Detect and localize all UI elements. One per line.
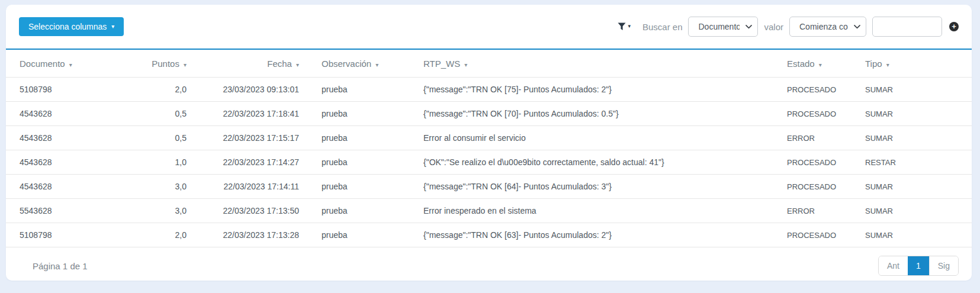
table-cell: SUMAR	[859, 78, 972, 102]
column-label: Estado	[787, 59, 815, 69]
table-row: 45436280,522/03/2023 17:15:17pruebaError…	[6, 126, 972, 150]
table-cell: 22/03/2023 17:15:17	[192, 126, 305, 150]
table-cell: prueba	[305, 199, 417, 223]
column-label: Tipo	[865, 59, 882, 69]
table-cell: 4543628	[6, 102, 142, 126]
table-footer: Página 1 de 1 Ant 1 Sig	[6, 247, 972, 281]
column-label: Puntos	[152, 59, 179, 69]
column-label: Documento	[20, 59, 65, 69]
table-cell: ERROR	[781, 126, 859, 150]
table-cell: ERROR	[781, 199, 859, 223]
table-cell: prueba	[305, 78, 417, 102]
pagination-page-1-button[interactable]: 1	[908, 256, 929, 275]
table-cell: {"message":"TRN OK [64]- Puntos Acumulad…	[417, 175, 781, 199]
table-cell: 23/03/2023 09:13:01	[192, 78, 305, 102]
value-label: valor	[764, 22, 783, 32]
table-cell: 5543628	[6, 199, 142, 223]
data-table-card: Selecciona columnas ▾ ▾ Buscar en Docume…	[6, 5, 972, 281]
table-cell: 0,5	[142, 126, 192, 150]
caret-down-icon: ▾	[819, 62, 822, 68]
table-cell: 1,0	[142, 150, 192, 175]
pagination-next-button[interactable]: Sig	[929, 256, 958, 275]
column-header-documento[interactable]: Documento▾	[6, 50, 142, 78]
table-cell: prueba	[305, 223, 417, 247]
table-header: Documento▾ Puntos▾ Fecha▾ Observación▾ R…	[6, 50, 972, 78]
table-cell: SUMAR	[859, 175, 972, 199]
operator-select-wrap: Comienza con	[789, 17, 866, 37]
filter-field-select[interactable]: Documento	[688, 17, 758, 37]
funnel-icon	[618, 22, 626, 31]
select-columns-button[interactable]: Selecciona columnas ▾	[19, 17, 124, 36]
table-cell: 4543628	[6, 126, 142, 150]
table-cell: 4543628	[6, 175, 142, 199]
table-cell: {"message":"TRN OK [70]- Puntos Acumulad…	[417, 102, 781, 126]
column-header-observacion[interactable]: Observación▾	[305, 50, 417, 78]
filter-bar: ▾ Buscar en Documento valor Comienza con	[618, 17, 959, 37]
table-cell: PROCESADO	[781, 223, 859, 247]
table-row: 45436281,022/03/2023 17:14:27prueba{"OK"…	[6, 150, 972, 175]
table-cell: {"OK":"Se realizo el d\u00e9bito correct…	[417, 150, 781, 175]
field-select-wrap: Documento	[688, 17, 758, 37]
table-cell: RESTAR	[859, 150, 972, 175]
column-header-rtp-ws[interactable]: RTP_WS▾	[417, 50, 781, 78]
pagination: Ant 1 Sig	[878, 256, 959, 276]
table-cell: 22/03/2023 17:18:41	[192, 102, 305, 126]
table-cell: 3,0	[142, 199, 192, 223]
table-cell: 3,0	[142, 175, 192, 199]
table-header-row: Documento▾ Puntos▾ Fecha▾ Observación▾ R…	[6, 50, 972, 78]
column-header-estado[interactable]: Estado▾	[781, 50, 859, 78]
records-table: Documento▾ Puntos▾ Fecha▾ Observación▾ R…	[6, 50, 972, 247]
table-cell: PROCESADO	[781, 102, 859, 126]
caret-down-icon: ▾	[111, 24, 114, 30]
table-body: 51087982,023/03/2023 09:13:01prueba{"mes…	[6, 78, 972, 247]
table-row: 45436283,022/03/2023 17:14:11prueba{"mes…	[6, 175, 972, 199]
caret-down-icon: ▾	[464, 62, 467, 68]
search-in-label: Buscar en	[642, 22, 683, 32]
table-cell: prueba	[305, 102, 417, 126]
table-cell: 22/03/2023 17:14:27	[192, 150, 305, 175]
filter-value-input[interactable]	[872, 17, 942, 37]
filter-operator-select[interactable]: Comienza con	[789, 17, 866, 37]
table-cell: 4543628	[6, 150, 142, 175]
table-cell: PROCESADO	[781, 150, 859, 175]
caret-down-icon: ▾	[296, 62, 299, 68]
pagination-prev-button[interactable]: Ant	[879, 256, 908, 275]
table-cell: SUMAR	[859, 126, 972, 150]
column-header-tipo[interactable]: Tipo▾	[859, 50, 972, 78]
page-info: Página 1 de 1	[19, 261, 88, 271]
caret-down-icon: ▾	[628, 23, 631, 29]
table-cell: Error al consumir el servicio	[417, 126, 781, 150]
table-cell: PROCESADO	[781, 175, 859, 199]
toolbar: Selecciona columnas ▾ ▾ Buscar en Docume…	[6, 5, 972, 50]
table-cell: 5108798	[6, 78, 142, 102]
table-cell: 2,0	[142, 78, 192, 102]
table-cell: SUMAR	[859, 199, 972, 223]
table-cell: 22/03/2023 17:13:50	[192, 199, 305, 223]
table-cell: {"message":"TRN OK [75]- Puntos Acumulad…	[417, 78, 781, 102]
caret-down-icon: ▾	[886, 62, 889, 68]
table-cell: SUMAR	[859, 102, 972, 126]
column-header-fecha[interactable]: Fecha▾	[192, 50, 305, 78]
column-header-puntos[interactable]: Puntos▾	[142, 50, 192, 78]
caret-down-icon: ▾	[184, 62, 187, 68]
table-cell: {"message":"TRN OK [63]- Puntos Acumulad…	[417, 223, 781, 247]
table-cell: SUMAR	[859, 223, 972, 247]
table-zone: Documento▾ Puntos▾ Fecha▾ Observación▾ R…	[6, 50, 972, 247]
table-cell: 0,5	[142, 102, 192, 126]
table-row: 51087982,022/03/2023 17:13:28prueba{"mes…	[6, 223, 972, 247]
table-cell: 5108798	[6, 223, 142, 247]
table-row: 45436280,522/03/2023 17:18:41prueba{"mes…	[6, 102, 972, 126]
caret-down-icon: ▾	[69, 62, 72, 68]
plus-circle-icon[interactable]: +	[949, 22, 959, 31]
filter-menu-button[interactable]: ▾	[618, 22, 631, 31]
table-cell: prueba	[305, 150, 417, 175]
table-cell: prueba	[305, 126, 417, 150]
column-label: RTP_WS	[423, 59, 460, 69]
select-columns-label: Selecciona columnas	[28, 22, 107, 31]
column-label: Fecha	[267, 59, 292, 69]
table-cell: PROCESADO	[781, 78, 859, 102]
table-row: 55436283,022/03/2023 17:13:50pruebaError…	[6, 199, 972, 223]
table-row: 51087982,023/03/2023 09:13:01prueba{"mes…	[6, 78, 972, 102]
table-cell: 2,0	[142, 223, 192, 247]
caret-down-icon: ▾	[375, 62, 378, 68]
